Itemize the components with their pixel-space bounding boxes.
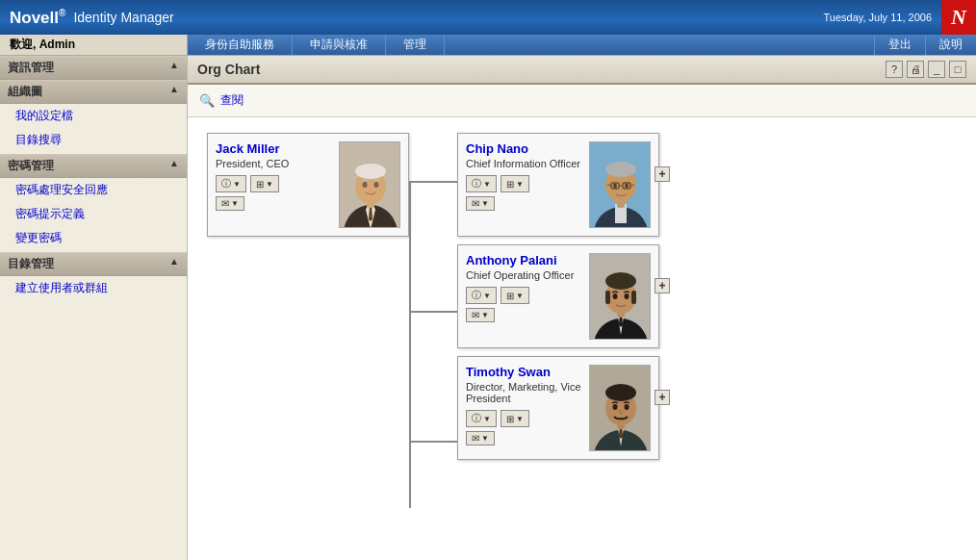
- svg-rect-30: [631, 291, 636, 304]
- tab-apply-approve[interactable]: 申請與核准: [293, 35, 386, 55]
- jack-photo: [339, 141, 400, 228]
- info-icon: ⓘ: [472, 177, 481, 191]
- timothy-org-btn[interactable]: ⊞▼: [501, 410, 529, 427]
- tab-admin[interactable]: 管理: [386, 35, 445, 55]
- jack-dropdown3: ▼: [231, 199, 239, 208]
- chip-name: Chip Nano: [466, 141, 581, 156]
- novell-n-logo: N: [941, 0, 976, 35]
- main-layout: 資訊管理 ▲ 組織圖 ▲ 我的設定檔 目錄搜尋 密碼管理 ▲ 密碼處理安全回應 …: [0, 56, 976, 560]
- chip-email-btn[interactable]: ✉▼: [466, 196, 495, 211]
- org-tree-icon: ⊞: [256, 179, 264, 190]
- nav-tabs-bar: 身份自助服務 申請與核准 管理 登出 說明: [188, 35, 976, 55]
- a-email-icon: ✉: [472, 310, 479, 320]
- jack-name: Jack Miller: [216, 141, 331, 156]
- maximize-btn[interactable]: □: [949, 61, 966, 78]
- jack-email-btn[interactable]: ✉▼: [216, 196, 244, 211]
- jack-dropdown1: ▼: [233, 180, 241, 189]
- anthony-photo: [589, 253, 651, 340]
- svg-rect-29: [605, 291, 610, 304]
- t-info-icon: ⓘ: [472, 412, 481, 425]
- t-email-icon: ✉: [472, 433, 479, 444]
- org-node-timothy-swan: Timothy Swan Director, Marketing, VicePr…: [457, 356, 659, 460]
- anthony-title: Chief Operating Officer: [466, 269, 581, 281]
- a-info-icon: ⓘ: [472, 289, 481, 302]
- svg-point-8: [374, 182, 379, 188]
- timothy-expand-btn[interactable]: +: [655, 390, 670, 405]
- timothy-name: Timothy Swan: [466, 365, 581, 379]
- content-header: Org Chart ? 🖨 _ □: [188, 56, 976, 85]
- svg-point-31: [613, 293, 618, 299]
- email-icon: ✉: [221, 198, 229, 209]
- header-logo-area: Novell® Identity Manager: [0, 0, 184, 35]
- jack-org-btn[interactable]: ⊞▼: [250, 175, 279, 192]
- dir-mgmt-collapse[interactable]: ▲: [169, 256, 179, 272]
- welcome-bar: 歡迎, Admin: [0, 35, 188, 55]
- chip-info: Chip Nano Chief Information Officer ⓘ▼ ⊞…: [466, 141, 581, 228]
- org-layout: Jack Miller President, CEO ⓘ▼ ⊞▼: [207, 133, 957, 460]
- chip-title: Chief Information Officer: [466, 158, 581, 169]
- a-org-icon: ⊞: [506, 291, 514, 301]
- help-btn[interactable]: 說明: [925, 35, 976, 55]
- timothy-photo: [589, 365, 651, 451]
- org-chart-canvas: Jack Miller President, CEO ⓘ▼ ⊞▼: [188, 117, 976, 560]
- svg-point-32: [625, 293, 629, 299]
- logout-btn[interactable]: 登出: [874, 35, 925, 55]
- svg-point-39: [605, 384, 636, 401]
- jack-info-btn[interactable]: ⓘ▼: [216, 175, 246, 192]
- svg-point-41: [625, 404, 629, 410]
- jack-info: Jack Miller President, CEO ⓘ▼ ⊞▼: [216, 141, 331, 228]
- minimize-btn[interactable]: _: [928, 61, 945, 78]
- svg-point-21: [625, 184, 629, 189]
- header-date: Tuesday, July 11, 2006: [823, 0, 941, 35]
- query-link[interactable]: 查閱: [220, 92, 244, 109]
- sidebar-item-password-challenge[interactable]: 密碼處理安全回應: [0, 178, 187, 202]
- anthony-info-btn[interactable]: ⓘ▼: [466, 287, 497, 304]
- anthony-org-btn[interactable]: ⊞▼: [501, 287, 529, 304]
- sidebar-section-password-mgmt: 密碼管理 ▲: [0, 154, 187, 178]
- anthony-name: Anthony Palani: [466, 253, 581, 267]
- info-circle-icon: ⓘ: [221, 177, 231, 191]
- svg-point-6: [355, 164, 386, 179]
- sidebar-item-password-hint[interactable]: 密碼提示定義: [0, 202, 187, 226]
- welcome-text: 歡迎, Admin: [10, 37, 75, 53]
- chip-info-btn[interactable]: ⓘ▼: [466, 175, 497, 192]
- org-label: 組織圖: [8, 84, 42, 100]
- timothy-info: Timothy Swan Director, Marketing, VicePr…: [466, 365, 581, 451]
- content-area: Org Chart ? 🖨 _ □ 🔍 查閱 Jac: [188, 56, 976, 560]
- org-collapse[interactable]: ▲: [169, 84, 179, 100]
- anthony-email-btn[interactable]: ✉▼: [466, 308, 495, 322]
- tab-self-service[interactable]: 身份自助服務: [188, 35, 293, 55]
- info-mgmt-collapse[interactable]: ▲: [169, 60, 179, 76]
- timothy-title: Director, Marketing, VicePresident: [466, 381, 581, 404]
- sidebar-section-dir-mgmt: 目錄管理 ▲: [0, 252, 187, 276]
- sidebar-item-directory-search[interactable]: 目錄搜尋: [0, 128, 187, 152]
- anthony-info: Anthony Palani Chief Operating Officer ⓘ…: [466, 253, 581, 340]
- org-node-jack-miller: Jack Miller President, CEO ⓘ▼ ⊞▼: [207, 133, 409, 237]
- sidebar-section-info-mgmt: 資訊管理 ▲: [0, 56, 187, 80]
- anthony-expand-btn[interactable]: +: [655, 278, 670, 293]
- search-icon: 🔍: [199, 93, 215, 108]
- query-row: 🔍 查閱: [188, 85, 976, 117]
- t-org-icon: ⊞: [506, 414, 514, 424]
- chip-photo: [589, 141, 651, 228]
- sidebar-item-change-password[interactable]: 變更密碼: [0, 226, 187, 250]
- chip-expand-btn[interactable]: +: [655, 166, 670, 182]
- svg-point-14: [605, 162, 636, 177]
- password-mgmt-label: 密碼管理: [8, 158, 54, 174]
- sidebar-item-my-profile[interactable]: 我的設定檔: [0, 104, 187, 128]
- help-icon-btn[interactable]: ?: [886, 61, 903, 78]
- print-icon-btn[interactable]: 🖨: [907, 61, 924, 78]
- right-nodes-column: Chip Nano Chief Information Officer ⓘ▼ ⊞…: [457, 133, 659, 460]
- chip-org-btn[interactable]: ⊞▼: [501, 175, 529, 192]
- brand-name: Novell®: [10, 8, 65, 28]
- jack-dropdown2: ▼: [266, 180, 273, 189]
- timothy-email-btn[interactable]: ✉▼: [466, 431, 495, 445]
- sidebar-item-create-user[interactable]: 建立使用者或群組: [0, 276, 187, 300]
- sidebar: 資訊管理 ▲ 組織圖 ▲ 我的設定檔 目錄搜尋 密碼管理 ▲ 密碼處理安全回應 …: [0, 56, 188, 560]
- timothy-info-btn[interactable]: ⓘ▼: [466, 410, 497, 427]
- svg-point-40: [613, 404, 618, 410]
- org-node-chip-nano: Chip Nano Chief Information Officer ⓘ▼ ⊞…: [457, 133, 659, 237]
- page-title: Org Chart: [197, 62, 260, 77]
- product-name: Identity Manager: [73, 10, 173, 25]
- password-mgmt-collapse[interactable]: ▲: [169, 158, 179, 174]
